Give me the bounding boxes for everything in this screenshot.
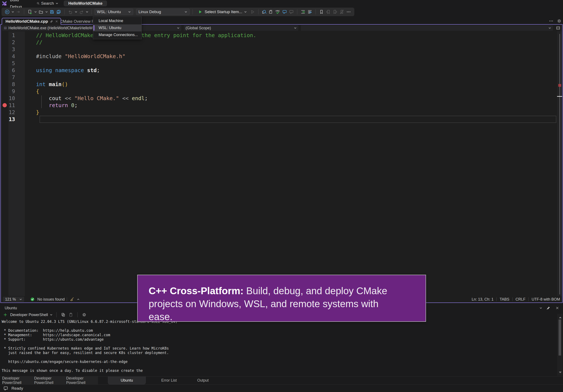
- bookmark-next-icon[interactable]: [332, 9, 338, 15]
- member-dropdown[interactable]: [301, 25, 553, 31]
- panel-tab-developer-powershell[interactable]: Developer PowerShell: [34, 377, 66, 384]
- save-all-icon[interactable]: [56, 9, 62, 15]
- connection-type-value: WSL: Ubuntu: [97, 10, 121, 14]
- connection-type-dropdown[interactable]: WSL: Ubuntu: [95, 9, 133, 15]
- scope-dropdown[interactable]: (Global Scope): [184, 25, 298, 31]
- paste-icon[interactable]: [68, 312, 74, 317]
- zoom-level-value: 121 %: [5, 297, 16, 302]
- copy-icon[interactable]: [60, 312, 66, 317]
- chevron-down-icon[interactable]: [75, 10, 77, 13]
- panel-tab-output[interactable]: Output: [186, 377, 220, 384]
- tab-settings-gear-icon[interactable]: [556, 18, 562, 24]
- new-item-icon[interactable]: [27, 9, 33, 15]
- health-check-icon: [30, 297, 35, 302]
- spellcheck-icon[interactable]: ABC: [275, 9, 281, 15]
- configuration-dropdown[interactable]: Linux Debug: [136, 9, 190, 15]
- split-editor-icon[interactable]: [555, 25, 561, 31]
- block-comment-icon[interactable]: [289, 9, 294, 15]
- editor-tab-strip: HelloWorldCMake.cpp CMake Overview Pages: [0, 18, 563, 25]
- open-item-icon[interactable]: [38, 9, 44, 15]
- status-bar: Ready: [0, 384, 563, 392]
- save-icon[interactable]: [49, 9, 55, 15]
- close-icon[interactable]: [55, 20, 58, 23]
- shell-selector-dropdown[interactable]: Developer PowerShell: [10, 313, 52, 317]
- line-number: 2: [1, 39, 21, 46]
- chevron-down-icon[interactable]: [45, 10, 48, 13]
- tab-more-options-icon[interactable]: [548, 18, 554, 24]
- indent-guides-icon[interactable]: [300, 9, 306, 15]
- start-debug-button[interactable]: Select Startup Item...: [196, 9, 249, 15]
- forward-arrow-icon[interactable]: [15, 9, 21, 15]
- banner-lead-text: C++ Cross-Platform:: [149, 285, 243, 296]
- ellipsis-icon[interactable]: [346, 9, 351, 15]
- formatting-icon[interactable]: [307, 9, 313, 15]
- chevron-down-icon[interactable]: [11, 10, 14, 13]
- startup-label: Select Startup Item...: [205, 10, 242, 14]
- play-outline-icon[interactable]: [250, 9, 255, 15]
- menu-item-manage-connections-[interactable]: Manage Connections...: [93, 31, 141, 39]
- toolbar-separator: [91, 9, 92, 14]
- line-number: 4: [1, 53, 21, 60]
- search-control[interactable]: Search: [35, 1, 60, 6]
- code-editor[interactable]: 1// HelloWorldCMake.cpp : Defines the en…: [1, 31, 562, 296]
- panel-pin-icon[interactable]: [546, 305, 551, 311]
- cursor-position[interactable]: Ln: 13, Ch: 1: [472, 297, 493, 302]
- chevron-down-icon: [19, 298, 22, 301]
- line-number: 1: [1, 32, 21, 39]
- tab-helloworldcmake-cpp[interactable]: HelloWorldCMake.cpp: [2, 18, 61, 25]
- panel-tab-error-list[interactable]: Error List: [152, 377, 186, 384]
- redo-icon[interactable]: [79, 9, 84, 15]
- toolbar-separator: [64, 9, 65, 14]
- panel-tab-developer-powershell[interactable]: Developer PowerShell: [2, 377, 34, 384]
- terminal-scrollbar[interactable]: [557, 314, 563, 376]
- bookmark-icon[interactable]: [319, 9, 324, 15]
- code-line-12: 12}: [1, 109, 557, 116]
- zoom-level-dropdown[interactable]: 121 %: [3, 297, 24, 302]
- cpp-project-icon: ++: [4, 26, 7, 29]
- bookmark-prev-icon[interactable]: [325, 9, 331, 15]
- find-in-files-icon[interactable]: [261, 9, 267, 15]
- scrollbar-thumb[interactable]: [559, 319, 561, 355]
- back-arrow-icon[interactable]: [4, 9, 10, 15]
- indent-mode[interactable]: TABS: [499, 297, 509, 302]
- panel-chevron-down-icon[interactable]: [539, 307, 542, 310]
- issues-status[interactable]: No issues found: [37, 297, 65, 302]
- new-terminal-plus-icon[interactable]: [2, 312, 8, 317]
- panel-close-icon[interactable]: [554, 305, 560, 311]
- toolbar-standard-group: WSL: Ubuntu Linux Debug Select Startup I…: [1, 8, 283, 16]
- project-context-value: HelloWorldCMake.exe (HelloWorldCMake\Hel…: [9, 26, 99, 30]
- feedback-bubble-icon[interactable]: [3, 386, 9, 391]
- scroll-down-icon[interactable]: [558, 369, 563, 375]
- panel-tab-strip: Developer PowerShellDeveloper PowerShell…: [0, 376, 563, 384]
- comment-icon[interactable]: [282, 9, 287, 15]
- menu-item-local-machine[interactable]: Local Machine: [93, 17, 141, 24]
- chevron-down-icon[interactable]: [86, 10, 89, 13]
- code-cleanup-broom-icon[interactable]: [69, 297, 75, 302]
- menu-item-wsl-ubuntu[interactable]: WSL: Ubuntu: [93, 24, 141, 31]
- line-number: 6: [1, 67, 21, 74]
- pin-icon[interactable]: [50, 20, 53, 23]
- configuration-value: Linux Debug: [139, 10, 161, 14]
- encoding[interactable]: UTF-8 with BOM: [532, 297, 560, 302]
- menu-item-build[interactable]: Build: [7, 0, 32, 3]
- code-line-10: 10 cout << "Hello CMake." << endl;: [1, 95, 557, 102]
- bookmark-clear-icon[interactable]: [339, 9, 345, 15]
- line-number: 12: [1, 109, 21, 116]
- editor-scrollbar[interactable]: [557, 31, 562, 296]
- promo-banner: C++ Cross-Platform: Build, debug, and de…: [137, 275, 426, 322]
- toolbar-separator: [316, 9, 316, 14]
- solution-title[interactable]: HelloWorldCMake: [64, 1, 107, 6]
- panel-tab-developer-powershell[interactable]: Developer PowerShell: [66, 377, 98, 384]
- terminal-settings-gear-icon[interactable]: [81, 312, 87, 317]
- breakpoint-indicator[interactable]: [2, 103, 7, 107]
- chevron-down-icon: [55, 2, 58, 5]
- caret-up-icon[interactable]: [77, 298, 80, 301]
- panel-tab-ubuntu[interactable]: Ubuntu: [108, 377, 146, 384]
- project-context-dropdown[interactable]: ++ HelloWorldCMake.exe (HelloWorldCMake\…: [2, 25, 181, 31]
- undo-icon[interactable]: [68, 9, 73, 15]
- line-endings[interactable]: CRLF: [515, 297, 525, 302]
- chevron-down-icon[interactable]: [34, 10, 37, 13]
- code-line-1: 1// HelloWorldCMake.cpp : Defines the en…: [1, 32, 557, 39]
- line-number: 8: [1, 81, 21, 88]
- editor-group: ++ HelloWorldCMake.exe (HelloWorldCMake\…: [0, 24, 563, 303]
